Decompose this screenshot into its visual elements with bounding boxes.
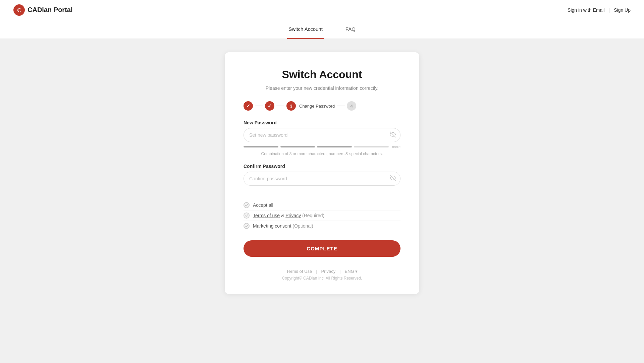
footer-sep-1: | [316, 269, 317, 274]
strength-bar-1 [244, 146, 278, 147]
tab-faq[interactable]: FAQ [344, 20, 357, 39]
footer-privacy-link[interactable]: Privacy [321, 269, 336, 274]
copyright: Copyright© CADian Inc. All Rights Reserv… [244, 276, 400, 281]
new-password-label: New Password [244, 120, 400, 125]
card-subtitle: Please enter your new credential informa… [244, 85, 400, 92]
step-4-number: 4 [351, 104, 353, 109]
new-password-input[interactable] [244, 128, 400, 142]
marketing-suffix: (Optional) [291, 223, 313, 229]
confirm-password-wrapper [244, 172, 400, 186]
step-2-check: ✓ [268, 103, 272, 109]
header-divider: | [609, 7, 610, 13]
step-line-3 [337, 106, 345, 106]
step-1-check: ✓ [246, 103, 250, 109]
marketing-consent-link[interactable]: Marketing consent [253, 223, 291, 229]
strength-bar-2 [280, 146, 315, 147]
stepper: ✓ ✓ 3 Change Password 4 [244, 101, 400, 111]
new-password-toggle-icon[interactable] [390, 131, 396, 139]
footer-sep-2: | [339, 269, 340, 274]
strength-bar-4 [354, 146, 389, 147]
accept-all-row: Accept all [244, 200, 400, 210]
marketing-text: Marketing consent (Optional) [253, 223, 313, 229]
terms-row: Terms of use & Privacy (Required) [244, 210, 400, 221]
privacy-link[interactable]: Privacy [285, 213, 301, 218]
terms-checkbox[interactable] [244, 213, 250, 219]
marketing-row: Marketing consent (Optional) [244, 221, 400, 231]
terms-of-use-link[interactable]: Terms of use [253, 213, 280, 218]
password-strength: more [244, 145, 400, 149]
logo: C CADian Portal [13, 4, 72, 16]
header: C CADian Portal Sign in with Email | Sig… [0, 0, 644, 20]
footer-terms-link[interactable]: Terms of Use [286, 269, 312, 274]
step-2: ✓ [265, 101, 274, 111]
logo-icon: C [13, 4, 25, 16]
footer-language-selector[interactable]: ENG ▾ [345, 269, 358, 274]
step-3: 3 [286, 101, 296, 111]
nav-tabs: Switch Account FAQ [0, 20, 644, 39]
terms-text: Terms of use & Privacy (Required) [253, 213, 324, 218]
card-title: Switch Account [244, 68, 400, 81]
strength-label: more [392, 145, 400, 149]
main-content: Switch Account Please enter your new cre… [0, 39, 644, 363]
chevron-down-icon: ▾ [355, 269, 358, 274]
marketing-checkbox[interactable] [244, 223, 250, 229]
checkbox-section: Accept all Terms of use & Privacy (Requi… [244, 194, 400, 231]
logo-text: CADian Portal [28, 6, 72, 14]
accept-all-checkbox[interactable] [244, 202, 250, 208]
strength-bar-3 [317, 146, 352, 147]
confirm-password-toggle-icon[interactable] [390, 175, 396, 182]
accept-all-label: Accept all [253, 202, 273, 208]
step-3-label: Change Password [299, 104, 335, 109]
card: Switch Account Please enter your new cre… [225, 52, 419, 294]
step-line-1 [255, 106, 263, 106]
sign-up-link[interactable]: Sign Up [614, 7, 631, 13]
confirm-password-input[interactable] [244, 172, 400, 186]
step-line-2 [276, 106, 284, 106]
tab-switch-account[interactable]: Switch Account [287, 20, 324, 39]
step-3-number: 3 [290, 104, 292, 109]
strength-hint: Combination of 8 or more characters, num… [244, 151, 400, 157]
sign-in-email-link[interactable]: Sign in with Email [568, 7, 605, 13]
footer-links: Terms of Use | Privacy | ENG ▾ [244, 269, 400, 274]
terms-suffix: (Required) [301, 213, 324, 218]
header-actions: Sign in with Email | Sign Up [568, 7, 631, 13]
new-password-wrapper [244, 128, 400, 142]
card-footer: Terms of Use | Privacy | ENG ▾ Copyright… [244, 269, 400, 281]
step-1: ✓ [244, 101, 253, 111]
svg-text:C: C [17, 7, 21, 13]
confirm-password-label: Confirm Password [244, 164, 400, 169]
complete-button[interactable]: COMPLETE [244, 240, 400, 257]
terms-between: & [280, 213, 285, 218]
step-4: 4 [347, 101, 356, 111]
